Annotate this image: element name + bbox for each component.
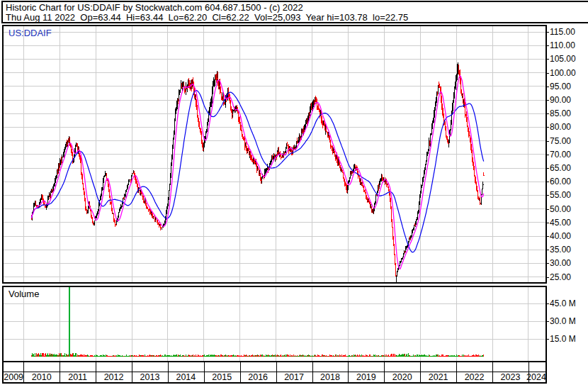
- volume-axis-label: 15.0 M: [550, 334, 576, 344]
- price-bars-down: [32, 65, 485, 277]
- price-axis-tick: [546, 87, 549, 87]
- year-axis-tick: [23, 362, 24, 382]
- year-label: 2014: [176, 372, 196, 382]
- price-bars-up: [32, 62, 484, 282]
- price-axis-tick: [546, 182, 549, 182]
- price-axis-tick: [546, 263, 549, 264]
- price-axis-tick: [546, 168, 549, 169]
- price-axis-tick: [546, 277, 549, 278]
- price-chart-canvas: [4, 26, 545, 282]
- year-axis-tick: [168, 362, 169, 382]
- price-chart-panel: US:DDAIF: [2, 25, 547, 284]
- year-axis-tick: [384, 362, 385, 382]
- year-label: 2017: [284, 372, 304, 382]
- year-label: 2023: [500, 372, 520, 382]
- year-axis-tick: [60, 362, 60, 382]
- year-axis-tick: [96, 362, 96, 382]
- year-label: 2022: [465, 372, 485, 382]
- year-axis-tick: [348, 362, 349, 382]
- header-quote-line: Thu Aug 11 2022 Op=63.44 Hi=63.44 Lo=62.…: [6, 13, 588, 23]
- volume-chart-panel: Volume: [2, 286, 547, 362]
- price-axis-tick: [546, 100, 549, 101]
- year-label: 2018: [320, 372, 340, 382]
- price-axis-tick: [546, 45, 549, 46]
- year-label: 2010: [32, 372, 52, 382]
- stock-chart-screen: Historic Chart for US:DDAIF by Stockwatc…: [0, 0, 588, 385]
- year-axis-tick: [240, 362, 241, 382]
- year-label: 2020: [392, 372, 412, 382]
- year-axis: 2009201020112012201320142015201620172018…: [2, 362, 547, 384]
- year-axis-tick: [492, 362, 493, 382]
- year-axis-tick: [456, 362, 457, 382]
- price-axis-tick: [546, 73, 549, 74]
- year-axis-tick: [420, 362, 421, 382]
- volume-axis-label: 30.0 M: [550, 316, 576, 326]
- volume-gridlines: [4, 287, 545, 361]
- year-label: 2013: [140, 372, 159, 382]
- year-label: 2015: [212, 372, 232, 382]
- year-label: 2021: [429, 372, 448, 382]
- volume-axis-tick: [546, 303, 549, 304]
- price-axis-tick: [546, 59, 549, 60]
- price-axis-tick: [546, 127, 549, 128]
- chart-header: Historic Chart for US:DDAIF by Stockwatc…: [1, 1, 588, 23]
- price-axis-tick: [546, 250, 549, 250]
- volume-axis-tick: [546, 321, 549, 322]
- price-axis-tick: [546, 141, 549, 142]
- year-label: 2012: [104, 372, 124, 382]
- year-axis-tick: [132, 362, 132, 382]
- volume-chart-canvas: [4, 287, 545, 361]
- volume-panel-label: Volume: [9, 289, 39, 299]
- symbol-label: US:DDAIF: [9, 28, 52, 38]
- price-axis-tick: [546, 223, 549, 223]
- year-axis-tick: [312, 362, 313, 382]
- header-title-line: Historic Chart for US:DDAIF by Stockwatc…: [6, 3, 588, 13]
- price-axis-tick: [546, 195, 549, 196]
- year-label: 2024: [526, 372, 546, 382]
- year-axis-tick: [276, 362, 277, 382]
- price-axis-tick: [546, 32, 549, 33]
- price-axis-tick: [546, 236, 549, 237]
- ma-fast-line: [32, 76, 484, 269]
- price-axis-tick: [546, 209, 549, 210]
- year-label: 2009: [4, 372, 23, 382]
- price-axis-tick: [546, 113, 549, 114]
- year-label: 2011: [68, 372, 88, 382]
- volume-axis-labels: 45.0 M30.0 M15.0 M: [550, 0, 588, 385]
- volume-axis-tick: [546, 339, 549, 340]
- year-label: 2019: [356, 372, 376, 382]
- year-axis-tick: [204, 362, 205, 382]
- volume-axis-label: 45.0 M: [550, 298, 576, 308]
- price-axis-tick: [546, 155, 549, 155]
- year-label: 2016: [248, 372, 268, 382]
